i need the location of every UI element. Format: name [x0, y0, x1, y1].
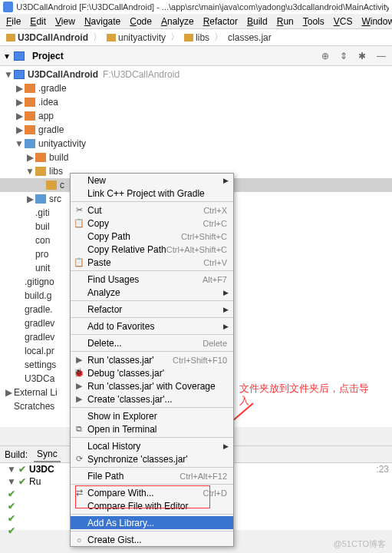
arrow-icon[interactable]: ▶ — [15, 84, 23, 92]
breadcrumb-item[interactable]: unityactivity — [104, 31, 169, 44]
menu-edit[interactable]: Edit — [25, 15, 51, 28]
folder-icon — [6, 34, 15, 41]
check-icon: ✔ — [18, 476, 26, 487]
hide-icon[interactable]: — — [377, 51, 387, 61]
context-menu-item[interactable]: Link C++ Project with Gradle — [71, 187, 233, 200]
menu-item-icon: 📋 — [74, 257, 84, 268]
tree-label: gradle — [38, 124, 64, 135]
separator — [71, 467, 233, 468]
context-menu-item[interactable]: Add As Library... — [71, 516, 233, 529]
menu-tools[interactable]: Tools — [298, 15, 329, 28]
context-menu-item[interactable]: Copy PathCtrl+Shift+C — [71, 230, 233, 243]
separator — [71, 407, 233, 408]
build-label: Build: — [5, 449, 28, 460]
tree-row[interactable]: ▶.idea — [0, 95, 392, 109]
context-menu-item[interactable]: Copy Relative PathCtrl+Alt+Shift+C — [71, 243, 233, 256]
context-menu-item[interactable]: ⧉Open in Terminal — [71, 422, 233, 435]
arrow-icon[interactable]: ▶ — [15, 112, 23, 120]
context-menu-item[interactable]: ⇄Compare With...Ctrl+D — [71, 486, 233, 499]
tree-label: libs — [49, 166, 63, 177]
sync-tab[interactable]: Sync — [34, 447, 61, 462]
separator — [71, 201, 233, 202]
tree-label: c — [60, 180, 64, 190]
separator — [71, 270, 233, 271]
context-menu-item[interactable]: Delete...Delete — [71, 336, 233, 349]
context-menu-item[interactable]: Find UsagesAlt+F7 — [71, 273, 233, 286]
context-menu-item[interactable]: Compare File with Editor — [71, 499, 233, 512]
menu-window[interactable]: Window — [357, 15, 392, 28]
breadcrumb-root[interactable]: U3DCallAndroid — [3, 31, 91, 44]
context-menu-item[interactable]: ▶Create 'classes.jar'... — [71, 392, 233, 406]
separator — [71, 317, 233, 318]
context-menu-item[interactable]: ⟳Synchronize 'classes.jar' — [71, 452, 233, 465]
menu-item-label: Debug 'classes.jar' — [87, 368, 227, 379]
context-menu-item[interactable]: ✂CutCtrl+X — [71, 204, 233, 217]
context-menu-item[interactable]: Local History▶ — [71, 439, 233, 452]
tree-label: .gitigno — [25, 276, 54, 287]
menu-item-label: Compare File with Editor — [87, 501, 227, 512]
arrow-down-icon[interactable]: ▼ — [5, 71, 12, 78]
arrow-right-icon[interactable]: ▶ — [5, 389, 12, 396]
tree-row[interactable]: ▶gradle — [0, 123, 392, 137]
menu-view[interactable]: View — [51, 15, 80, 28]
context-menu-item[interactable]: ▶Run 'classes.jar'Ctrl+Shift+F10 — [71, 353, 233, 366]
menu-item-label: Create 'classes.jar'... — [87, 394, 227, 405]
tree-label: src — [49, 194, 61, 204]
context-menu-item[interactable]: Add to Favorites▶ — [71, 320, 233, 333]
menu-item-icon: ✂ — [74, 205, 84, 216]
menu-item-icon: ▶ — [74, 381, 84, 392]
tree-row[interactable]: ▶build — [0, 151, 392, 164]
arrow-icon[interactable]: ▶ — [26, 154, 34, 161]
menu-item-label: Delete... — [87, 338, 203, 349]
arrow-icon[interactable]: ▶ — [15, 126, 23, 134]
menu-analyze[interactable]: Analyze — [156, 15, 199, 28]
context-menu-item[interactable]: Show in Explorer — [71, 409, 233, 422]
context-menu-item[interactable]: File PathCtrl+Alt+F12 — [71, 469, 233, 482]
collapse-icon[interactable]: ⇕ — [340, 51, 351, 61]
tree-label: unityactivity — [38, 138, 86, 149]
menu-refactor[interactable]: Refactor — [199, 15, 242, 28]
context-menu-item[interactable]: ○Create Gist... — [71, 533, 233, 546]
menu-navigate[interactable]: Navigate — [80, 15, 125, 28]
arrow-icon[interactable]: ▼ — [15, 140, 23, 147]
menu-code[interactable]: Code — [125, 15, 156, 28]
context-menu-item[interactable]: Analyze▶ — [71, 286, 233, 299]
menu-item-label: Compare With... — [87, 488, 203, 498]
menu-item-label: File Path — [87, 471, 180, 482]
separator — [71, 531, 233, 531]
menu-vcs[interactable]: VCS — [329, 15, 357, 28]
folder-icon — [35, 153, 46, 162]
gear-icon[interactable]: ✱ — [358, 51, 369, 61]
menu-item-shortcut: Delete — [203, 339, 227, 348]
context-menu-item[interactable]: ▶Run 'classes.jar' with Coverage — [71, 379, 233, 392]
menu-item-icon: ▶ — [74, 355, 84, 366]
tree-root[interactable]: ▼ U3DCallAndroid F:\U3DCallAndroid — [0, 68, 392, 81]
breadcrumb-item[interactable]: classes.jar — [225, 31, 275, 44]
arrow-icon[interactable]: ▶ — [26, 195, 34, 203]
chevron-right-icon: ▶ — [223, 177, 229, 184]
arrow-icon[interactable]: ▶ — [15, 98, 23, 106]
context-menu-item[interactable]: New▶ — [71, 174, 233, 187]
annotation-text: 文件夹放到文件夹后，点击导入 — [239, 382, 377, 407]
context-menu-item[interactable]: 📋PasteCtrl+V — [71, 256, 233, 269]
tree-row[interactable]: ▶.gradle — [0, 81, 392, 95]
chevron-right-icon: ▶ — [223, 323, 229, 330]
menu-item-label: Analyze — [87, 287, 227, 298]
dropdown-icon[interactable]: ▾ — [5, 51, 9, 61]
target-icon[interactable]: ⊕ — [321, 51, 332, 61]
context-menu-item[interactable]: Refactor▶ — [71, 303, 233, 316]
folder-icon — [25, 111, 35, 121]
tree-label: gradle. — [25, 304, 53, 315]
tree-row[interactable]: ▶app — [0, 109, 392, 123]
arrow-icon[interactable]: ▼ — [26, 167, 34, 175]
context-menu-item[interactable]: 🐞Debug 'classes.jar' — [71, 366, 233, 379]
tree-row[interactable]: ▼unityactivity — [0, 137, 392, 151]
project-label[interactable]: Project — [32, 51, 317, 61]
menu-file[interactable]: File — [2, 15, 25, 28]
context-menu-item[interactable]: 📋CopyCtrl+C — [71, 217, 233, 230]
menu-build[interactable]: Build — [242, 15, 272, 28]
menu-bar: File Edit View Navigate Code Analyze Ref… — [0, 14, 392, 29]
menu-run[interactable]: Run — [272, 15, 298, 28]
breadcrumb-item[interactable]: libs — [181, 31, 212, 44]
folder-icon — [25, 98, 35, 107]
